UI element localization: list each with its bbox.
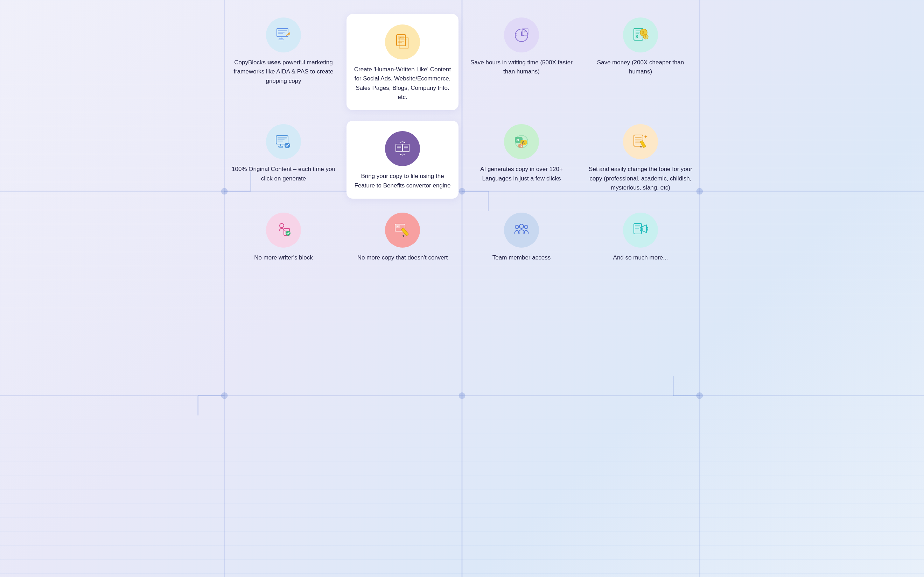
svg-rect-30 bbox=[398, 41, 404, 42]
page-wrapper: CopyBlocks uses powerful marketing frame… bbox=[217, 0, 707, 283]
copyblocks-icon bbox=[266, 18, 301, 52]
tone-icon: ✦ bbox=[623, 124, 658, 159]
svg-rect-33 bbox=[401, 39, 407, 40]
original-icon bbox=[266, 124, 301, 159]
svg-rect-56 bbox=[278, 139, 284, 140]
svg-point-10 bbox=[696, 392, 703, 399]
svg-point-101 bbox=[519, 224, 523, 228]
svg-point-103 bbox=[524, 225, 528, 229]
team-icon bbox=[504, 213, 539, 248]
feature-text-11: Team member access bbox=[493, 253, 551, 262]
feature-text-9: No more writer's block bbox=[254, 253, 313, 262]
feature-cell-2: Create 'Human-Written Like' Content for … bbox=[347, 14, 459, 110]
feature-text-10: No more copy that doesn't convert bbox=[357, 253, 447, 262]
feature-cell-1: CopyBlocks uses powerful marketing frame… bbox=[228, 14, 339, 110]
svg-rect-79 bbox=[635, 137, 641, 138]
feature-cell-11: Team member access bbox=[465, 209, 577, 266]
feature-text-7: AI generates copy in over 120+ Languages… bbox=[469, 165, 574, 183]
feature-cell-10: No more copy that doesn't convert bbox=[347, 209, 459, 266]
svg-rect-21 bbox=[278, 32, 284, 33]
feature-cell-12: And so much more... bbox=[585, 209, 696, 266]
svg-point-8 bbox=[221, 392, 228, 399]
svg-text:$: $ bbox=[642, 31, 645, 35]
more-icon bbox=[623, 213, 658, 248]
feature-cell-6: Bring your copy to life using the Featur… bbox=[347, 121, 459, 198]
convert-icon bbox=[385, 213, 420, 248]
feature-cell-3: Save hours in writing time (500X faster … bbox=[465, 14, 577, 110]
writers-block-icon bbox=[266, 213, 301, 248]
feature-text-6: Bring your copy to life using the Featur… bbox=[354, 172, 451, 190]
features-icon bbox=[385, 131, 420, 166]
svg-rect-24 bbox=[279, 39, 283, 40]
feature-text-8: Set and easily change the tone for your … bbox=[588, 165, 693, 192]
svg-text:$: $ bbox=[636, 34, 638, 39]
feature-cell-5: 100% Original Content – each time you cl… bbox=[228, 121, 339, 198]
time-icon bbox=[504, 18, 539, 52]
svg-rect-22 bbox=[278, 33, 283, 34]
svg-rect-59 bbox=[279, 146, 283, 147]
feature-text-5: 100% Original Content – each time you cl… bbox=[231, 165, 336, 183]
feature-text-4: Save money (200X cheaper than humans) bbox=[588, 58, 693, 77]
features-grid: CopyBlocks uses powerful marketing frame… bbox=[228, 14, 696, 266]
svg-rect-65 bbox=[403, 144, 409, 152]
feature-text-3: Save hours in writing time (500X faster … bbox=[469, 58, 574, 77]
feature-text-12: And so much more... bbox=[613, 253, 668, 262]
svg-point-9 bbox=[459, 392, 465, 399]
feature-cell-4: $ $ $ Save money (200X cheaper than huma… bbox=[585, 14, 696, 110]
feature-text-1: CopyBlocks uses powerful marketing frame… bbox=[231, 58, 336, 86]
svg-rect-61 bbox=[396, 144, 402, 152]
svg-rect-31 bbox=[398, 42, 402, 43]
svg-rect-20 bbox=[278, 30, 287, 31]
svg-rect-55 bbox=[278, 137, 287, 139]
feature-text-2: Create 'Human-Written Like' Content for … bbox=[354, 65, 451, 102]
svg-point-102 bbox=[515, 225, 519, 229]
svg-text:文: 文 bbox=[520, 144, 523, 148]
svg-text:$: $ bbox=[645, 35, 646, 39]
feature-cell-8: ✦ Set and easily change the tone for you… bbox=[585, 121, 696, 198]
money-icon: $ $ $ bbox=[623, 18, 658, 52]
feature-cell-9: No more writer's block bbox=[228, 209, 339, 266]
svg-text:✦: ✦ bbox=[644, 134, 648, 140]
svg-rect-57 bbox=[278, 140, 283, 142]
svg-text:अ: अ bbox=[516, 138, 519, 142]
svg-rect-81 bbox=[635, 140, 640, 142]
svg-point-86 bbox=[279, 224, 284, 228]
language-icon: अ A 文 bbox=[504, 124, 539, 159]
content-icon bbox=[385, 24, 420, 60]
svg-line-41 bbox=[515, 33, 517, 34]
svg-rect-80 bbox=[635, 139, 641, 140]
feature-cell-7: अ A 文 AI generates copy in over 120+ Lan… bbox=[465, 121, 577, 198]
svg-marker-99 bbox=[402, 234, 405, 237]
svg-rect-82 bbox=[635, 142, 641, 143]
